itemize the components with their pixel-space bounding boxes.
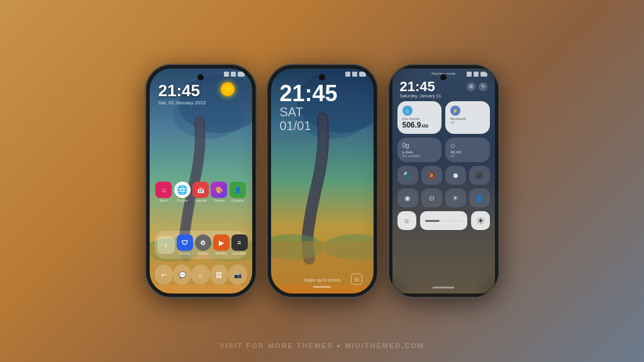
- brightness-high-btn[interactable]: ☀: [471, 211, 490, 230]
- screen-tile[interactable]: ⬛: [469, 166, 490, 185]
- p3-time-display: 21:45: [400, 80, 441, 94]
- data-usage-tile[interactable]: 💧 this month 506.9 MB: [397, 101, 442, 134]
- phone-3-control: Airplane mode 21:45 Saturday, January 01…: [389, 65, 499, 297]
- wlan-icon: ◇: [450, 142, 485, 149]
- mivideo-app-label: MiVideo: [216, 251, 227, 255]
- brightness-track: [425, 220, 462, 222]
- location-tile[interactable]: ⊙: [421, 189, 442, 207]
- status-icons-3: [467, 72, 487, 77]
- app-row-2: ♫ Music 🌐 Chrome 📅 Calendar 🎨 Themes: [155, 182, 247, 202]
- p2-time-display: 21:45: [280, 82, 338, 105]
- p1-clock: 21:45 Sat, 01 January 2022: [158, 82, 206, 106]
- chrome-app-label: Chrome: [177, 199, 188, 202]
- security-app-icon[interactable]: 🛡: [177, 234, 193, 251]
- svg-point-8: [323, 234, 373, 260]
- calendar-app-label: Calendar: [194, 199, 207, 202]
- phones-container: 21:45 Sat, 01 January 2022 ‹ 🛡 Security: [146, 65, 499, 297]
- icon-grid-2: ◉ ⊙ ☀ 👤: [397, 189, 490, 207]
- bottom-nav: ↩ 💬 ⌂ 🖼 📷: [155, 265, 247, 285]
- contacts-app-icon[interactable]: 👤: [230, 182, 246, 198]
- themes-app-label: Themes: [213, 199, 225, 202]
- bluetooth-icon: ⚡: [450, 106, 460, 116]
- signal-icon: [224, 72, 229, 77]
- settings-app-icon[interactable]: ⚙: [195, 234, 211, 251]
- tiles-row-1: 💧 this month 506.9 MB ⚡ Bluetooth Off: [397, 101, 490, 134]
- phone-2-lock: 21:45 SAT 01/01 Swipe up to unlock ⊙: [267, 65, 377, 297]
- security-app-label: Security: [179, 251, 190, 255]
- home-indicator-2: [313, 286, 331, 288]
- p2-date-display: 01/01: [280, 119, 338, 133]
- camera-nav-icon[interactable]: 📷: [228, 265, 247, 285]
- home-nav-icon[interactable]: ⌂: [191, 265, 209, 285]
- flashlight-tile[interactable]: 🔦: [397, 166, 418, 185]
- control-tiles: 💧 this month 506.9 MB ⚡ Bluetooth Off: [397, 101, 490, 234]
- status-icons-2: [345, 72, 366, 77]
- p1-time-display: 21:45: [158, 82, 206, 99]
- icon-grid-1: 🔦 🔕 ⏺ ⬛: [397, 166, 490, 185]
- tiles-row-2: 0g a data Not available ◇ WLAN Off: [397, 138, 490, 162]
- bluetooth-tile[interactable]: ⚡ Bluetooth Off: [445, 101, 490, 134]
- gallery-nav-icon[interactable]: 🖼: [210, 265, 228, 285]
- punch-hole-1: [197, 74, 204, 80]
- wifi-icon-2: [352, 72, 357, 77]
- settings-app-label: Settings: [197, 251, 208, 255]
- calculator-app-icon[interactable]: =: [231, 234, 248, 251]
- calculator-app-label: Calculator: [232, 251, 247, 255]
- contacts-app-label: Contacts: [231, 199, 244, 202]
- weather-icon: [221, 82, 235, 96]
- data-value: 506.9: [402, 121, 421, 129]
- p3-date-display: Saturday, January 01: [400, 94, 441, 98]
- chrome-app-icon[interactable]: 🌐: [174, 182, 191, 198]
- music-app-label: Music: [160, 199, 168, 202]
- wlan-status: Off: [450, 154, 485, 158]
- mobile-data-tile[interactable]: 0g a data Not available: [397, 138, 442, 162]
- battery-icon-2: [359, 72, 366, 77]
- back-nav-icon[interactable]: ↩: [155, 265, 173, 285]
- home-indicator-3: [433, 287, 455, 288]
- wlan-tile[interactable]: ◇ WLAN Off: [445, 138, 490, 162]
- p2-clock: 21:45 SAT 01/01: [280, 82, 338, 133]
- watermark: VISIT FOR MORE THEMES ● MIUITHEMER.COM: [219, 342, 425, 349]
- themes-app-icon[interactable]: 🎨: [211, 182, 227, 198]
- edit-icons: ⚙ ✎: [467, 82, 487, 91]
- user-tile[interactable]: 👤: [469, 189, 490, 207]
- phone-1-home: 21:45 Sat, 01 January 2022 ‹ 🛡 Security: [146, 65, 256, 297]
- punch-hole-3: [440, 74, 447, 80]
- settings-edit-icon[interactable]: ⚙: [467, 82, 475, 91]
- signal-icon-2: [345, 72, 350, 77]
- back-arrow-btn[interactable]: ‹: [157, 236, 175, 254]
- p2-day-display: SAT: [280, 105, 338, 119]
- wifi-icon: [231, 72, 236, 77]
- data-unit: MB: [422, 124, 429, 128]
- mivideo-app-icon[interactable]: ▶: [213, 234, 230, 251]
- status-icons-1: [224, 72, 245, 77]
- battery-icon-3: [480, 72, 487, 77]
- p1-date-display: Sat, 01 January 2022: [158, 100, 206, 106]
- mobile-data-status: Not available: [402, 154, 437, 158]
- calendar-app-icon[interactable]: 📅: [192, 182, 209, 198]
- app-dock: ‹ 🛡 Security ⚙ Settings ▶ MiVideo: [155, 231, 247, 259]
- p3-clock: 21:45 Saturday, January 01: [400, 80, 441, 98]
- brightness-low-btn[interactable]: ☼: [397, 211, 416, 230]
- water-drop-icon: 💧: [402, 106, 413, 116]
- pencil-edit-icon[interactable]: ✎: [479, 82, 487, 91]
- signal-icon-3: [467, 72, 472, 77]
- messages-nav-icon[interactable]: 💬: [173, 265, 191, 285]
- bluetooth-status: Off: [450, 121, 485, 124]
- svg-point-7: [271, 234, 324, 260]
- record-tile[interactable]: ⏺: [445, 166, 466, 185]
- swipe-label: Swipe up to unlock: [304, 278, 341, 282]
- dnd-tile[interactable]: 🔕: [421, 166, 442, 185]
- punch-hole-2: [319, 74, 325, 80]
- camera-lock-btn[interactable]: ⊙: [351, 273, 362, 285]
- brightness-slider[interactable]: [420, 211, 467, 230]
- nfc-tile[interactable]: ◉: [397, 189, 418, 207]
- brightness-fill: [425, 220, 440, 222]
- music-app-icon[interactable]: ♫: [155, 182, 172, 198]
- brightness-row: ☼ ☀: [397, 211, 490, 230]
- wifi-icon-3: [474, 72, 479, 77]
- auto-tile[interactable]: ☀: [445, 189, 466, 207]
- battery-icon: [238, 72, 245, 77]
